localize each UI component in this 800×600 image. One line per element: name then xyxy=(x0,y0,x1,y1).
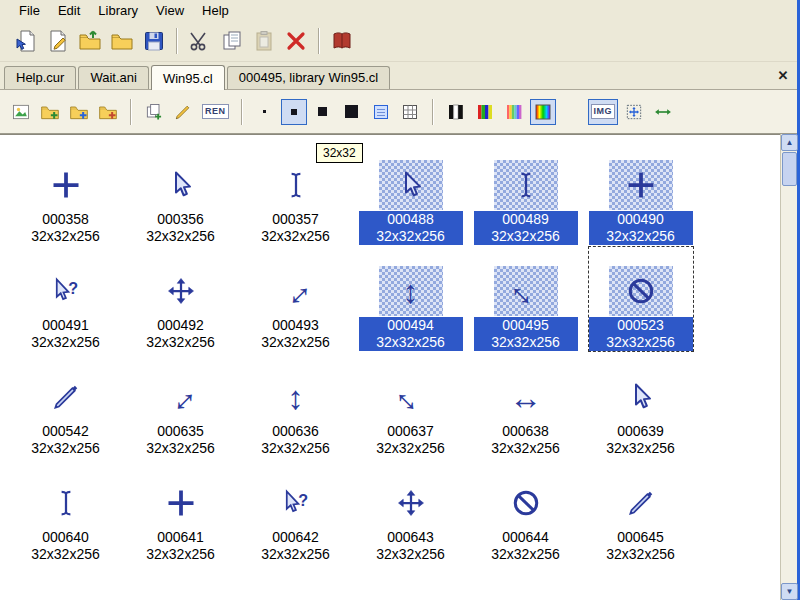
size-48x48-button[interactable] xyxy=(310,99,336,125)
new-document-icon xyxy=(14,29,38,53)
cursor-id: 000356 xyxy=(129,211,233,228)
menu-library[interactable]: Library xyxy=(89,1,147,20)
paste-button[interactable] xyxy=(248,25,280,57)
size-custom-button[interactable] xyxy=(368,99,394,125)
colors-true-button[interactable] xyxy=(530,99,556,125)
cursor-item-000356[interactable]: 00035632x32x256 xyxy=(129,141,233,245)
cursor-item-000636[interactable]: ↕00063632x32x256 xyxy=(244,353,348,457)
cursor-item-000640[interactable]: 00064032x32x256 xyxy=(14,459,118,563)
cursor-item-000644[interactable]: 00064432x32x256 xyxy=(474,459,578,563)
cursor-item[interactable]: ↑ xyxy=(129,565,233,600)
cursor-item-000488[interactable]: 00048832x32x256 xyxy=(359,141,463,245)
rename-image-button[interactable]: REN xyxy=(199,99,232,125)
center-image-button[interactable] xyxy=(621,99,647,125)
cursor-item[interactable]: ↔ xyxy=(244,565,348,600)
scroll-up-button[interactable]: ▲ xyxy=(781,134,798,151)
size-grid-button[interactable] xyxy=(397,99,423,125)
tab-000495-library-win95-cl[interactable]: 000495, library Win95.cl xyxy=(227,66,390,89)
open-folder-icon xyxy=(110,29,134,53)
duplicate-image-button[interactable] xyxy=(141,99,167,125)
cursor-item-000490[interactable]: 00049032x32x256 xyxy=(589,141,693,245)
size-32x32-button[interactable] xyxy=(281,99,307,125)
colors-256-button[interactable] xyxy=(501,99,527,125)
cursor-item-000637[interactable]: ↔00063732x32x256 xyxy=(359,353,463,457)
scrollbar-track[interactable] xyxy=(781,186,797,583)
vertical-scrollbar[interactable]: ▲ ▼ xyxy=(780,134,797,600)
colors-16-button[interactable] xyxy=(472,99,498,125)
cursor-item-labels: 00035832x32x256 xyxy=(14,211,118,245)
cursor-item-000643[interactable]: 00064332x32x256 xyxy=(359,459,463,563)
tab-wait-ani[interactable]: Wait.ani xyxy=(78,66,148,89)
size-64x64-button[interactable] xyxy=(339,99,365,125)
cursor-item-000523[interactable]: 00052332x32x256 xyxy=(589,247,693,351)
cursor-id: 000644 xyxy=(474,529,578,546)
cursor-item-000493[interactable]: ↔00049332x32x256 xyxy=(244,247,348,351)
copy-icon xyxy=(220,29,244,53)
cursor-item-000639[interactable]: 00063932x32x256 xyxy=(589,353,693,457)
delete-button[interactable] xyxy=(280,25,312,57)
new-image-button[interactable] xyxy=(8,99,34,125)
menu-file[interactable]: File xyxy=(10,1,49,20)
cursor-size: 32x32x256 xyxy=(14,334,118,351)
cursor-item[interactable]: ↑ xyxy=(14,565,118,600)
cursor-item-000645[interactable]: 00064532x32x256 xyxy=(589,459,693,563)
cursor-id: 000492 xyxy=(129,317,233,334)
close-icon: ✕ xyxy=(778,68,789,83)
import-image-button[interactable] xyxy=(95,99,121,125)
cursor-item-000495[interactable]: ↔00049532x32x256 xyxy=(474,247,578,351)
save-button[interactable] xyxy=(138,25,170,57)
close-tab-button[interactable]: ✕ xyxy=(775,67,791,83)
tab-win95-cl[interactable]: Win95.cl xyxy=(151,65,225,90)
cursor-item-000494[interactable]: ↕00049432x32x256 xyxy=(359,247,463,351)
scroll-down-button[interactable]: ▼ xyxy=(781,583,798,600)
cursor-item-000638[interactable]: ↔00063832x32x256 xyxy=(474,353,578,457)
svg-text:?: ? xyxy=(68,279,78,297)
cursor-item-labels: 00035732x32x256 xyxy=(244,211,348,245)
new-document-button[interactable] xyxy=(10,25,42,57)
cursor-item-000491[interactable]: ?00049132x32x256 xyxy=(14,247,118,351)
colors-mono-button[interactable] xyxy=(443,99,469,125)
cursor-id: 000523 xyxy=(589,317,693,334)
resize-ns-cursor-icon: ↕ xyxy=(264,372,328,422)
edit-image-icon xyxy=(173,102,193,122)
menu-help[interactable]: Help xyxy=(193,1,238,20)
resize-nwse-cursor-icon: ↔ xyxy=(494,266,558,316)
cursor-id: 000640 xyxy=(14,529,118,546)
menu-edit[interactable]: Edit xyxy=(49,1,89,20)
cursor-item-000358[interactable]: 00035832x32x256 xyxy=(14,141,118,245)
cursor-id: 000638 xyxy=(474,423,578,440)
size-16x16-button[interactable] xyxy=(252,99,278,125)
cursor-item-000492[interactable]: 00049232x32x256 xyxy=(129,247,233,351)
cursor-size: 32x32x256 xyxy=(14,440,118,457)
cursor-item-000642[interactable]: ?00064232x32x256 xyxy=(244,459,348,563)
cursor-size: 32x32x256 xyxy=(244,334,348,351)
menu-view[interactable]: View xyxy=(147,1,193,20)
resize-ew-cursor-icon: ↔ xyxy=(494,372,558,422)
cross-cursor-icon xyxy=(149,478,213,528)
copy-button[interactable] xyxy=(216,25,248,57)
edit-document-button[interactable] xyxy=(42,25,74,57)
stretch-image-button[interactable] xyxy=(650,99,676,125)
edit-image-button[interactable] xyxy=(170,99,196,125)
open-library-button[interactable] xyxy=(74,25,106,57)
add-image-copy-button[interactable] xyxy=(66,99,92,125)
cursor-id: 000639 xyxy=(589,423,693,440)
size-48x48-icon xyxy=(318,107,327,116)
scrollbar-thumb[interactable] xyxy=(782,152,797,186)
cursor-size: 32x32x256 xyxy=(244,546,348,563)
cursor-item-labels: 00063932x32x256 xyxy=(589,423,693,457)
open-folder-button[interactable] xyxy=(106,25,138,57)
cursor-item-000489[interactable]: 00048932x32x256 xyxy=(474,141,578,245)
cursor-item-labels: 00064332x32x256 xyxy=(359,529,463,563)
add-image-from-file-button[interactable] xyxy=(37,99,63,125)
cursor-item-000542[interactable]: 00054232x32x256 xyxy=(14,353,118,457)
cursor-item-000635[interactable]: ↔00063532x32x256 xyxy=(129,353,233,457)
help-button[interactable] xyxy=(326,25,358,57)
toolbar-separator xyxy=(432,99,434,125)
tab-help-cur[interactable]: Help.cur xyxy=(4,66,76,89)
document-tab-bar: Help.curWait.aniWin95.cl000495, library … xyxy=(0,62,800,90)
cursor-item-000641[interactable]: 00064132x32x256 xyxy=(129,459,233,563)
cut-button[interactable] xyxy=(184,25,216,57)
pen-cursor-icon xyxy=(34,372,98,422)
image-format-button[interactable]: IMG xyxy=(588,99,619,125)
